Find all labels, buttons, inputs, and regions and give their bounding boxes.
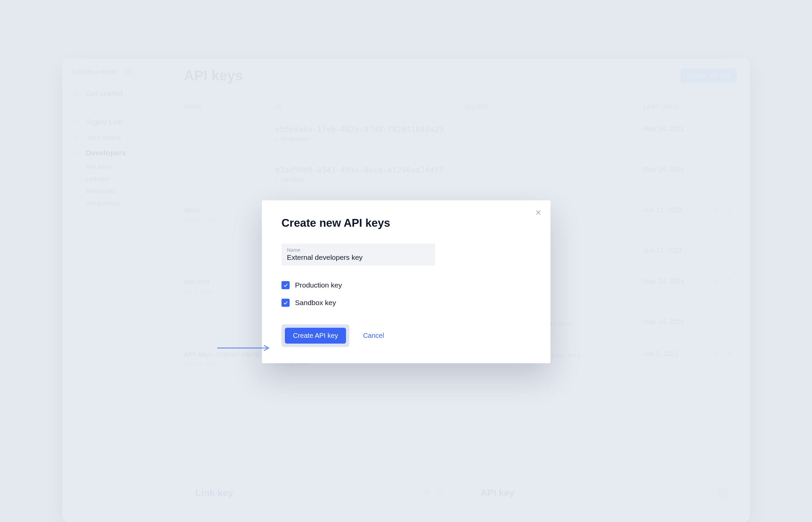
create-api-keys-dialog: Create new API keys Name Production key … <box>262 200 550 363</box>
checkbox-label: Production key <box>295 281 342 289</box>
checkbox-checked-icon[interactable] <box>282 299 290 307</box>
checkbox-label: Sandbox key <box>295 299 336 307</box>
sandbox-key-checkbox-row[interactable]: Sandbox key <box>282 299 531 307</box>
name-field[interactable]: Name <box>282 244 435 265</box>
production-key-checkbox-row[interactable]: Production key <box>282 281 531 289</box>
close-icon[interactable] <box>533 207 544 218</box>
dialog-title: Create new API keys <box>282 217 531 229</box>
primary-button-focus-ring: Create API key <box>282 324 349 347</box>
checkbox-checked-icon[interactable] <box>282 281 290 289</box>
name-input[interactable] <box>287 254 430 261</box>
create-api-key-submit-button[interactable]: Create API key <box>285 328 346 344</box>
cancel-button[interactable]: Cancel <box>363 332 384 340</box>
name-label: Name <box>287 247 430 253</box>
